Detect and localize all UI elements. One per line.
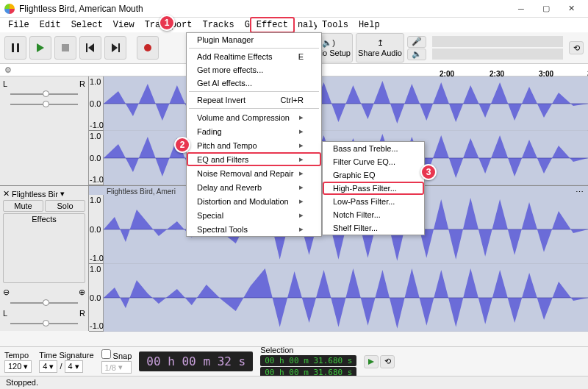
menu-highpass[interactable]: High-Pass Filter... bbox=[323, 182, 424, 195]
callout-badge-1: 1 bbox=[159, 15, 175, 31]
record-button[interactable] bbox=[137, 36, 159, 60]
track-name[interactable]: Flightless Bir bbox=[12, 190, 58, 199]
menu-delay[interactable]: Delay and Reverb▸ bbox=[187, 180, 321, 194]
status-bar: Stopped. bbox=[0, 376, 588, 389]
timesig-num[interactable]: 4 ▾ bbox=[39, 360, 57, 373]
menu-plugin-manager[interactable]: Plugin Manager bbox=[187, 33, 321, 46]
menu-special[interactable]: Special▸ bbox=[187, 208, 321, 222]
menu-tools[interactable]: Tools bbox=[317, 18, 354, 32]
svg-marker-17 bbox=[368, 359, 374, 365]
eq-filters-submenu: Bass and Treble... Filter Curve EQ... Gr… bbox=[322, 141, 425, 235]
track1-gain-slider[interactable] bbox=[3, 90, 85, 99]
skip-start-button[interactable] bbox=[79, 36, 101, 60]
menu-file[interactable]: File bbox=[3, 18, 35, 32]
track2-gain-slider[interactable] bbox=[3, 299, 85, 307]
menu-tracks[interactable]: Tracks bbox=[197, 18, 239, 32]
waveform-icon bbox=[104, 76, 588, 131]
menu-distortion[interactable]: Distortion and Modulation▸ bbox=[187, 194, 321, 208]
mute-button[interactable]: Mute bbox=[3, 200, 43, 212]
selection-start[interactable]: 00 h 00 m 31.680 s bbox=[260, 355, 356, 366]
menu-lowpass[interactable]: Low-Pass Filter... bbox=[323, 195, 424, 208]
svg-rect-4 bbox=[86, 43, 87, 52]
maximize-button[interactable]: ▢ bbox=[534, 1, 559, 17]
window-title: Flightless Bird, American Mouth bbox=[19, 4, 509, 14]
svg-point-8 bbox=[144, 44, 151, 51]
track1-panel: LR bbox=[0, 76, 89, 185]
waveform-icon bbox=[104, 264, 588, 332]
menu-filter-curve[interactable]: Filter Curve EQ... bbox=[323, 155, 424, 168]
svg-rect-7 bbox=[118, 43, 120, 52]
menu-bass-treble[interactable]: Bass and Treble... bbox=[323, 142, 424, 155]
snap-select[interactable]: 1/8 ▾ bbox=[101, 361, 132, 374]
speaker-icon: 🔈) bbox=[322, 38, 335, 48]
playback-meter[interactable] bbox=[432, 49, 563, 60]
share-audio-button[interactable]: ↥ Share Audio bbox=[356, 33, 404, 63]
menu-analyze[interactable]: nalyze bbox=[293, 18, 317, 32]
pause-button[interactable] bbox=[4, 36, 26, 60]
callout-badge-2: 2 bbox=[174, 137, 190, 153]
menu-select[interactable]: Select bbox=[66, 18, 108, 32]
menu-repeat[interactable]: Repeat InvertCtrl+R bbox=[187, 93, 321, 107]
menu-fading[interactable]: Fading▸ bbox=[187, 124, 321, 138]
menu-graphic-eq[interactable]: Graphic EQ bbox=[323, 168, 424, 182]
spk-meter-icon[interactable]: 🔈 bbox=[407, 49, 426, 60]
record-meter[interactable] bbox=[432, 36, 563, 47]
menu-add-realtime[interactable]: Add Realtime EffectsE bbox=[187, 50, 321, 63]
tempo-label: Tempo bbox=[4, 351, 32, 360]
menu-effect[interactable]: Effect bbox=[250, 17, 295, 33]
track1-pan-slider[interactable] bbox=[3, 100, 85, 109]
svg-rect-3 bbox=[62, 44, 69, 51]
track2-panel: ✕Flightless Bir▾ Mute Solo Effects ⊖⊕ LR bbox=[0, 186, 89, 331]
bottom-toolbar: Tempo 120 ▾ Time Signature 4 ▾/4 ▾ Snap … bbox=[0, 346, 588, 376]
svg-marker-5 bbox=[88, 43, 94, 52]
stop-button[interactable] bbox=[54, 36, 76, 60]
clip-menu-icon[interactable]: ⋯ bbox=[576, 188, 584, 197]
time-display[interactable]: 00 h 00 m 32 s bbox=[139, 351, 253, 371]
timesig-den[interactable]: 4 ▾ bbox=[65, 360, 83, 373]
clip-label[interactable]: Flightless Bird, Ameri bbox=[107, 188, 176, 196]
menu-spectral[interactable]: Spectral Tools▸ bbox=[187, 222, 321, 236]
menu-notch[interactable]: Notch Filter... bbox=[323, 208, 424, 221]
loop-button[interactable]: ⟲ bbox=[380, 355, 395, 368]
mic-meter-icon[interactable]: 🎤 bbox=[407, 36, 426, 48]
meter-options-icon[interactable]: ⟲ bbox=[569, 41, 584, 54]
minimize-button[interactable]: ─ bbox=[509, 1, 534, 17]
svg-marker-2 bbox=[37, 43, 44, 52]
timesig-label: Time Signature bbox=[39, 351, 93, 360]
gear-icon[interactable]: ⚙ bbox=[4, 65, 12, 74]
menu-edit[interactable]: Edit bbox=[35, 18, 66, 32]
close-track-icon[interactable]: ✕ bbox=[3, 189, 10, 199]
menu-generate[interactable]: Generate bbox=[240, 18, 250, 32]
track2-pan-slider[interactable] bbox=[3, 319, 85, 328]
solo-button[interactable]: Solo bbox=[45, 200, 85, 212]
chevron-down-icon[interactable]: ▾ bbox=[60, 189, 65, 199]
svg-rect-1 bbox=[17, 43, 19, 52]
menu-shelf[interactable]: Shelf Filter... bbox=[323, 221, 424, 235]
svg-marker-6 bbox=[112, 43, 118, 52]
menu-noise[interactable]: Noise Removal and Repair▸ bbox=[187, 166, 321, 180]
share-icon: ↥ bbox=[377, 38, 384, 48]
menu-get-more[interactable]: Get more effects... bbox=[187, 63, 321, 76]
play-button[interactable] bbox=[29, 36, 51, 60]
menu-eq-filters[interactable]: EQ and Filters▸ bbox=[187, 152, 321, 166]
snap-checkbox[interactable] bbox=[101, 349, 111, 359]
play-region-button[interactable] bbox=[364, 355, 379, 368]
menu-volume[interactable]: Volume and Compression▸ bbox=[187, 110, 321, 124]
menu-view[interactable]: View bbox=[108, 18, 140, 32]
callout-badge-3: 3 bbox=[420, 164, 437, 180]
selection-label: Selection bbox=[260, 346, 356, 354]
svg-rect-0 bbox=[12, 43, 14, 52]
tempo-input[interactable]: 120 ▾ bbox=[4, 360, 32, 373]
menu-help[interactable]: Help bbox=[354, 18, 385, 32]
menu-pitch[interactable]: Pitch and Tempo▸ bbox=[187, 138, 321, 152]
skip-end-button[interactable] bbox=[104, 36, 126, 60]
close-button[interactable]: ✕ bbox=[559, 1, 584, 17]
app-logo-icon bbox=[4, 4, 15, 14]
effects-button[interactable]: Effects bbox=[3, 213, 85, 283]
menubar: File Edit Select View Transport Tracks G… bbox=[0, 18, 588, 32]
effect-menu-dropdown: Plugin Manager Add Realtime EffectsE Get… bbox=[186, 32, 322, 237]
menu-get-ai[interactable]: Get AI effects... bbox=[187, 76, 321, 90]
